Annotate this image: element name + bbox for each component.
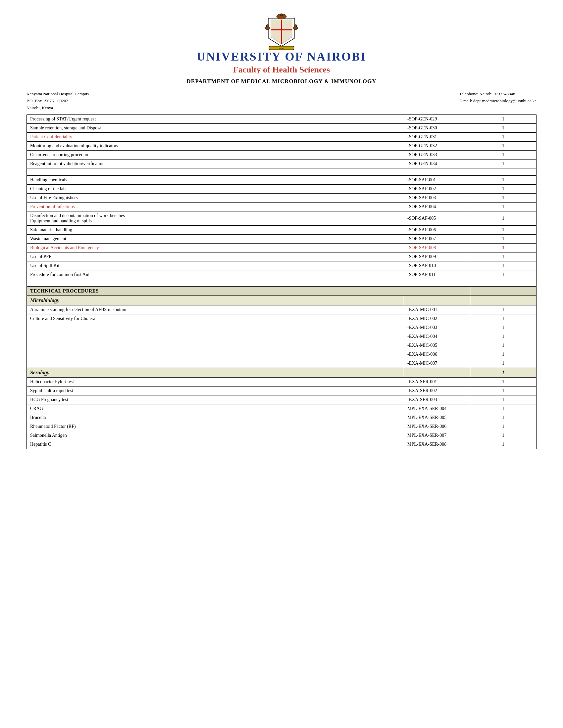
row-code: -SOP-SAF-006: [404, 226, 470, 235]
row-rev: 1: [470, 159, 537, 168]
row-rev: 1: [470, 176, 537, 185]
row-name: Monitoring and evaluation of quality ind…: [27, 142, 404, 151]
table-row: Prevention of infections-SOP-SAF-0041: [27, 203, 537, 211]
row-name: [27, 359, 404, 368]
row-code: -EXA-MIC-005: [404, 341, 470, 350]
row-rev: 1: [470, 332, 537, 341]
row-code: -EXA-MIC-002: [404, 314, 470, 323]
row-name: Use of PPE: [27, 252, 404, 261]
table-row: Occurrence reporting procedure-SOP-GEN-0…: [27, 151, 537, 159]
row-code: MPL-EXA-SER-004: [404, 404, 470, 413]
row-name: Use of Spill Kit: [27, 261, 404, 270]
row-rev: 1: [470, 185, 537, 194]
row-name: Use of Fire Extinguishers: [27, 194, 404, 203]
row-name: Sample retention, storage and Disposal: [27, 124, 404, 133]
row-rev: 1: [470, 133, 537, 142]
table-row: Culture and Sensitivity for Cholera-EXA-…: [27, 314, 537, 323]
table-row: -EXA-MIC-0041: [27, 332, 537, 341]
table-row: BrucellaMPL-EXA-SER-0051: [27, 413, 537, 422]
svg-point-7: [294, 24, 297, 27]
row-code: -SOP-SAF-007: [404, 235, 470, 244]
row-code: MPL-EXA-SER-005: [404, 413, 470, 422]
row-code: -SOP-SAF-005: [404, 211, 470, 226]
page-header: SERVICE UNIVERSITY OF NAIROBI Faculty of…: [26, 13, 537, 85]
row-rev: 1: [470, 314, 537, 323]
row-code: MPL-EXA-SER-008: [404, 440, 470, 449]
row-rev: 1: [470, 203, 537, 211]
subsection-header-label: Microbiology: [27, 296, 404, 305]
row-code: -EXA-SER-001: [404, 378, 470, 387]
row-code: -SOP-GEN-034: [404, 159, 470, 168]
row-rev: 1: [470, 115, 537, 124]
row-code: -SOP-SAF-004: [404, 203, 470, 211]
table-row: Use of PPE-SOP-SAF-0091: [27, 252, 537, 261]
table-row: -EXA-MIC-0061: [27, 350, 537, 359]
table-row: Helicobacter Pylori test-EXA-SER-0011: [27, 378, 537, 387]
table-row: Patient Confidentiality-SOP-GEN-0311: [27, 133, 537, 142]
row-name: Cleaning of the lab: [27, 185, 404, 194]
row-code: -SOP-SAF-010: [404, 261, 470, 270]
table-row: Biological Accidents and Emergency-SOP-S…: [27, 244, 537, 252]
row-rev: 1: [470, 194, 537, 203]
table-row: Microbiology: [27, 296, 537, 305]
contact-email: E-mail: dept-medmicrobiology@uonbi.ac.ke: [459, 98, 537, 105]
table-row: Syphilis ultra rapid test-EXA-SER-0021: [27, 387, 537, 395]
row-name: Disinfection and decontamination of work…: [27, 211, 404, 226]
table-row: Salmonella AntigenMPL-EXA-SER-0071: [27, 431, 537, 440]
row-code: -EXA-MIC-003: [404, 323, 470, 332]
row-name: Helicobacter Pylori test: [27, 378, 404, 387]
row-rev: 1: [470, 226, 537, 235]
contact-info: Kenyatta National Hospital Campus P.O. B…: [26, 91, 537, 111]
row-rev: 1: [470, 244, 537, 252]
row-code: -EXA-MIC-001: [404, 305, 470, 314]
table-row: Reagent lot to lot validation/verificati…: [27, 159, 537, 168]
row-code: -SOP-GEN-032: [404, 142, 470, 151]
row-rev: 1: [470, 270, 537, 279]
row-name: CRAG: [27, 404, 404, 413]
table-row: Processing of STAT/Urgent request-SOP-GE…: [27, 115, 537, 124]
contact-address-line3: Nairobi, Kenya: [26, 105, 89, 112]
section-header-label: TECHNICAL PROCEDURES: [27, 287, 470, 296]
row-name: Auramine staining for detection of AFBS …: [27, 305, 404, 314]
row-name: Brucella: [27, 413, 404, 422]
table-row: HCG Pregnancy test-EXA-SER-0031: [27, 395, 537, 404]
row-rev: 1: [470, 395, 537, 404]
row-code: MPL-EXA-SER-007: [404, 431, 470, 440]
row-rev: 1: [470, 211, 537, 226]
table-row: Cleaning of the lab-SOP-SAF-0021: [27, 185, 537, 194]
department-title: DEPARTMENT OF MEDICAL MICROBIOLOGY & IMM…: [26, 78, 537, 85]
row-name: Hepatitis C: [27, 440, 404, 449]
row-name: Rheumatoid Factor (RF): [27, 422, 404, 431]
row-code: -EXA-MIC-006: [404, 350, 470, 359]
coat-of-arms-icon: SERVICE: [265, 13, 298, 50]
row-name: Handling chemicals: [27, 176, 404, 185]
contact-address-line1: Kenyatta National Hospital Campus: [26, 91, 89, 98]
row-name: Syphilis ultra rapid test: [27, 387, 404, 395]
row-rev: 1: [470, 440, 537, 449]
table-row: Serology1: [27, 368, 537, 378]
row-code: -SOP-SAF-002: [404, 185, 470, 194]
contact-left: Kenyatta National Hospital Campus P.O. B…: [26, 91, 89, 111]
row-code: -EXA-MIC-004: [404, 332, 470, 341]
row-rev: 1: [470, 341, 537, 350]
table-row: Disinfection and decontamination of work…: [27, 211, 537, 226]
row-code: -EXA-MIC-007: [404, 359, 470, 368]
table-row: [27, 168, 537, 176]
row-rev: 1: [470, 252, 537, 261]
row-rev: 1: [470, 378, 537, 387]
svg-text:SERVICE: SERVICE: [279, 48, 285, 49]
row-rev: 1: [470, 305, 537, 314]
table-row: Use of Spill Kit-SOP-SAF-0101: [27, 261, 537, 270]
table-row: Monitoring and evaluation of quality ind…: [27, 142, 537, 151]
university-title: UNIVERSITY OF NAIROBI: [26, 50, 537, 64]
row-name: Salmonella Antigen: [27, 431, 404, 440]
row-code: -SOP-SAF-009: [404, 252, 470, 261]
contact-right: Telephone: Nairobi 0737348848 E-mail: de…: [459, 91, 537, 111]
row-code: -SOP-GEN-031: [404, 133, 470, 142]
row-rev: 1: [470, 413, 537, 422]
row-name: Occurrence reporting procedure: [27, 151, 404, 159]
row-name: Processing of STAT/Urgent request: [27, 115, 404, 124]
row-name: Biological Accidents and Emergency: [27, 244, 404, 252]
row-rev: 1: [470, 261, 537, 270]
row-rev: 1: [470, 404, 537, 413]
